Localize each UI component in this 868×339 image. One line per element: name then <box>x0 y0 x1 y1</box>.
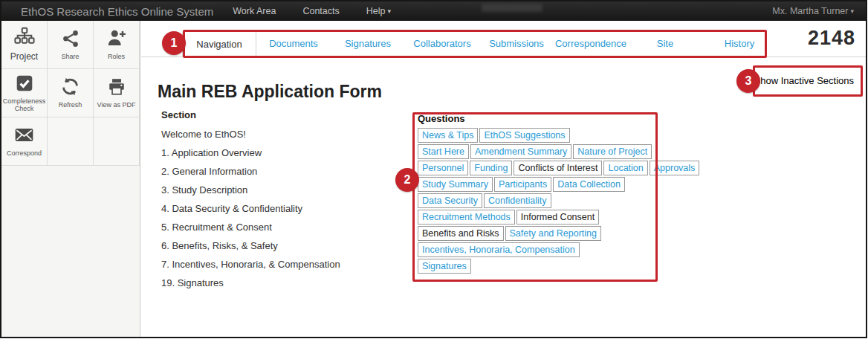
sidebar-button-label: View as PDF <box>96 101 137 109</box>
refresh-icon <box>60 77 80 100</box>
question-button-benefits-and-risks[interactable]: Benefits and Risks <box>418 226 504 241</box>
tab-documents[interactable]: Documents <box>256 30 331 56</box>
question-button-ethos-suggestions[interactable]: EthOS Suggestions <box>479 128 569 143</box>
question-row: News & TipsEthOS Suggestions <box>418 128 652 143</box>
sidebar-button-correspond[interactable]: Correspond <box>1 117 48 166</box>
question-button-amendment-summary[interactable]: Amendment Summary <box>470 144 571 159</box>
sidebar-button-label: Correspond <box>5 149 43 157</box>
questions-list: News & TipsEthOS SuggestionsStart HereAm… <box>418 128 652 274</box>
question-button-funding[interactable]: Funding <box>470 161 512 175</box>
sidebar: ProjectShareRolesCompleteness CheckRefre… <box>1 21 140 337</box>
question-button-informed-consent[interactable]: Informed Consent <box>516 210 599 225</box>
section-item-welcome-to-ethos[interactable]: Welcome to EthOS! <box>161 129 407 140</box>
section-item-3-study-description[interactable]: 3. Study Description <box>161 184 407 196</box>
user-name: Mx. Martha Turner <box>772 6 848 16</box>
sidebar-button-label: Share <box>59 53 80 60</box>
question-row: Benefits and RisksSafety and Reporting <box>418 226 652 241</box>
tab-collaborators[interactable]: Collaborators <box>405 30 479 56</box>
question-button-personnel[interactable]: Personnel <box>418 161 468 175</box>
question-row: Signatures <box>418 259 652 274</box>
question-button-news-tips[interactable]: News & Tips <box>418 128 478 143</box>
show-inactive-checkbox[interactable] <box>738 75 749 86</box>
section-item-1-application-overview[interactable]: 1. Application Overview <box>161 147 407 158</box>
tab-navigation[interactable]: Navigation <box>182 30 256 57</box>
sidebar-button-label: Project <box>9 52 39 62</box>
question-button-data-collection[interactable]: Data Collection <box>553 177 625 192</box>
main-content: NavigationDocumentsSignaturesCollaborato… <box>141 21 866 337</box>
sidebar-button-roles[interactable]: Roles <box>94 21 140 69</box>
question-button-signatures[interactable]: Signatures <box>418 259 471 274</box>
question-button-nature-of-project[interactable]: Nature of Project <box>573 144 652 159</box>
question-row: Data SecurityConfidentiality <box>418 193 652 208</box>
question-button-study-summary[interactable]: Study Summary <box>418 177 493 192</box>
question-row: Recruitment MethodsInformed Consent <box>418 210 652 225</box>
question-row: Incentives, Honoraria, Compensation <box>418 242 652 257</box>
question-button-location[interactable]: Location <box>603 161 647 175</box>
tab-submissions[interactable]: Submissions <box>479 30 554 56</box>
sidebar-button-label: Roles <box>106 53 126 60</box>
menu-item-work-area[interactable]: Work Area <box>233 6 276 16</box>
section-column-header: Section <box>161 109 407 120</box>
section-item-2-general-information[interactable]: 2. General Information <box>161 166 407 177</box>
question-button-data-security[interactable]: Data Security <box>418 193 482 208</box>
show-inactive-label: Show Inactive Sections <box>754 75 854 86</box>
question-button-confidentiality[interactable]: Confidentiality <box>484 193 551 208</box>
sidebar-button-share[interactable]: Share <box>48 21 94 69</box>
sidebar-button-completeness-check[interactable]: Completeness Check <box>1 69 48 117</box>
question-button-start-here[interactable]: Start Here <box>418 144 469 159</box>
question-button-conflicts-of-interest[interactable]: Conflicts of Interest <box>514 161 602 175</box>
topbar-menu: Work AreaContactsHelp▾ <box>233 6 391 16</box>
sidebar-button-label: Refresh <box>57 101 84 109</box>
app-window: EthOS Research Ethics Online System Work… <box>0 0 867 338</box>
sidebar-button-refresh[interactable]: Refresh <box>48 69 94 117</box>
tab-correspondence[interactable]: Correspondence <box>554 30 628 56</box>
tab-signatures[interactable]: Signatures <box>331 30 405 56</box>
question-button-participants[interactable]: Participants <box>494 177 551 192</box>
tab-site[interactable]: Site <box>628 30 702 56</box>
record-number-badge: 2148 <box>808 27 855 50</box>
section-item-19-signatures[interactable]: 19. Signatures <box>161 277 407 288</box>
org-chart-icon <box>14 27 35 51</box>
question-row: PersonnelFundingConflicts of InterestLoc… <box>418 161 652 175</box>
menu-item-help[interactable]: Help▾ <box>366 6 391 16</box>
share-icon <box>61 29 80 51</box>
sidebar-button-label: Completeness Check <box>1 97 47 113</box>
sidebar-grid: ProjectShareRolesCompleteness CheckRefre… <box>1 21 140 166</box>
printer-icon <box>107 77 126 100</box>
section-item-5-recruitment-consent[interactable]: 5. Recruitment & Consent <box>161 222 407 233</box>
checkbox-check-icon <box>15 74 34 96</box>
questions-column-header: Questions <box>418 113 652 124</box>
section-list: Welcome to EthOS!1. Application Overview… <box>161 129 407 288</box>
chevron-down-icon: ▾ <box>387 7 391 15</box>
user-menu[interactable]: Mx. Martha Turner▾ <box>772 6 854 16</box>
tab-history[interactable]: History <box>702 30 777 56</box>
section-item-4-data-security-confidentiality[interactable]: 4. Data Security & Confidentiality <box>161 203 407 214</box>
question-button-safety-and-reporting[interactable]: Safety and Reporting <box>505 226 601 241</box>
section-column: Section Welcome to EthOS!1. Application … <box>161 109 407 296</box>
topbar: EthOS Research Ethics Online System Work… <box>1 1 866 21</box>
question-button-recruitment-methods[interactable]: Recruitment Methods <box>418 210 515 225</box>
person-plus-icon <box>106 28 126 51</box>
question-row: Study SummaryParticipantsData Collection <box>418 177 652 192</box>
question-button-approvals[interactable]: Approvals <box>650 161 700 175</box>
question-button-incentives-honoraria-compensation[interactable]: Incentives, Honoraria, Compensation <box>418 242 580 257</box>
question-row: Start HereAmendment SummaryNature of Pro… <box>418 144 652 159</box>
section-item-7-incentives-honoraria-compensation[interactable]: 7. Incentives, Honoraria, & Compensation <box>161 259 407 270</box>
sidebar-empty-cell <box>94 117 140 166</box>
tab-bar: NavigationDocumentsSignaturesCollaborato… <box>141 21 866 57</box>
redacted-text <box>482 4 542 12</box>
app-title: EthOS Research Ethics Online System <box>21 5 213 18</box>
sidebar-button-view-as-pdf[interactable]: View as PDF <box>94 69 140 117</box>
envelope-icon <box>14 125 34 148</box>
questions-column: Questions News & TipsEthOS SuggestionsSt… <box>418 113 652 275</box>
menu-item-contacts[interactable]: Contacts <box>302 6 339 16</box>
show-inactive-sections: Show Inactive Sections <box>738 75 854 86</box>
page-title: Main REB Application Form <box>158 82 382 102</box>
sidebar-button-project[interactable]: Project <box>1 21 48 69</box>
sidebar-empty-cell <box>48 117 94 166</box>
section-item-6-benefits-risks-safety[interactable]: 6. Benefits, Risks, & Safety <box>161 240 407 251</box>
chevron-down-icon: ▾ <box>850 7 854 15</box>
